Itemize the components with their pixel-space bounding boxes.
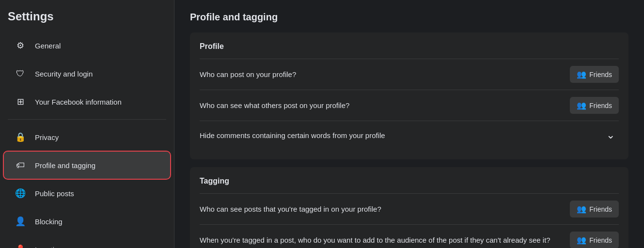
setting-label-tagged-post-audience: When you're tagged in a post, who do you… — [200, 236, 570, 244]
setting-label-who-can-post: Who can post on your profile? — [200, 70, 570, 78]
page-title: Profile and tagging — [190, 12, 628, 23]
sidebar-item-label-security: Security and login — [35, 70, 93, 78]
setting-label-hide-comments: Hide comments containing certain words f… — [200, 131, 602, 140]
sidebar-item-security[interactable]: 🛡Security and login — [4, 60, 170, 87]
friends-btn-label-who-can-see-tagged-posts: Friends — [589, 205, 612, 213]
setting-label-who-can-see-tagged-posts: Who can see posts that you're tagged in … — [200, 205, 570, 213]
sidebar-item-label-privacy: Privacy — [35, 133, 59, 141]
friends-btn-label-who-can-post: Friends — [589, 71, 612, 78]
friends-icon-tagged-post-audience: 👥 — [577, 235, 586, 245]
profile-tagging-icon: 🏷 — [12, 156, 29, 174]
friends-button-who-can-see-tagged-posts[interactable]: 👥Friends — [570, 201, 619, 217]
sidebar-item-label-blocking: Blocking — [35, 217, 63, 226]
sidebar-item-privacy[interactable]: 🔒Privacy — [4, 124, 170, 151]
setting-row-who-can-see-others-post: Who can see what others post on your pro… — [200, 90, 619, 121]
security-icon: 🛡 — [12, 65, 29, 82]
sidebar-item-facebook-info[interactable]: ⊞Your Facebook information — [4, 88, 170, 115]
friends-button-who-can-see-others-post[interactable]: 👥Friends — [570, 97, 619, 114]
section-heading-tagging-section: Tagging — [200, 177, 619, 186]
friends-icon-who-can-see-others-post: 👥 — [577, 101, 586, 110]
friends-btn-label-who-can-see-others-post: Friends — [589, 102, 612, 109]
friends-btn-label-tagged-post-audience: Friends — [589, 236, 612, 244]
sidebar-item-general[interactable]: ⚙General — [4, 32, 170, 59]
setting-row-hide-comments: Hide comments containing certain words f… — [200, 121, 619, 150]
sidebar-item-label-location: Location — [35, 246, 63, 248]
facebook-info-icon: ⊞ — [12, 93, 29, 110]
sidebar-item-label-facebook-info: Your Facebook information — [35, 98, 122, 106]
setting-row-who-can-see-tagged-posts: Who can see posts that you're tagged in … — [200, 193, 619, 224]
sidebar-title: Settings — [0, 10, 174, 31]
sidebar-item-public-posts[interactable]: 🌐Public posts — [4, 180, 170, 207]
setting-row-who-can-post: Who can post on your profile?👥Friends — [200, 59, 619, 90]
sidebar-item-blocking[interactable]: 👤Blocking — [4, 208, 170, 235]
privacy-icon: 🔒 — [12, 128, 29, 146]
section-tagging-section: TaggingWho can see posts that you're tag… — [190, 167, 628, 248]
sidebar-item-label-public-posts: Public posts — [35, 189, 74, 198]
friends-button-tagged-post-audience[interactable]: 👥Friends — [570, 232, 619, 248]
setting-label-who-can-see-others-post: Who can see what others post on your pro… — [200, 101, 570, 109]
section-heading-profile-section: Profile — [200, 42, 619, 51]
chevron-down-icon-hide-comments: ⌄ — [606, 129, 615, 141]
general-icon: ⚙ — [12, 37, 29, 54]
friends-icon-who-can-see-tagged-posts: 👥 — [577, 204, 586, 214]
location-icon: 📍 — [12, 241, 29, 248]
sidebar-item-label-profile-tagging: Profile and tagging — [35, 161, 95, 170]
sidebar-item-location[interactable]: 📍Location — [4, 236, 170, 248]
friends-button-who-can-post[interactable]: 👥Friends — [570, 66, 619, 83]
main-content: Profile and tagging ProfileWho can post … — [174, 0, 644, 248]
chevron-button-hide-comments[interactable]: ⌄ — [602, 128, 619, 143]
sidebar: Settings ⚙General🛡Security and login⊞You… — [0, 0, 174, 248]
setting-row-tagged-post-audience: When you're tagged in a post, who do you… — [200, 224, 619, 248]
blocking-icon: 👤 — [12, 213, 29, 230]
public-posts-icon: 🌐 — [12, 185, 29, 202]
friends-icon-who-can-post: 👥 — [577, 70, 586, 79]
sidebar-item-label-general: General — [35, 42, 61, 50]
section-profile-section: ProfileWho can post on your profile?👥Fri… — [190, 32, 628, 159]
sidebar-item-profile-tagging[interactable]: 🏷Profile and tagging — [4, 152, 170, 179]
